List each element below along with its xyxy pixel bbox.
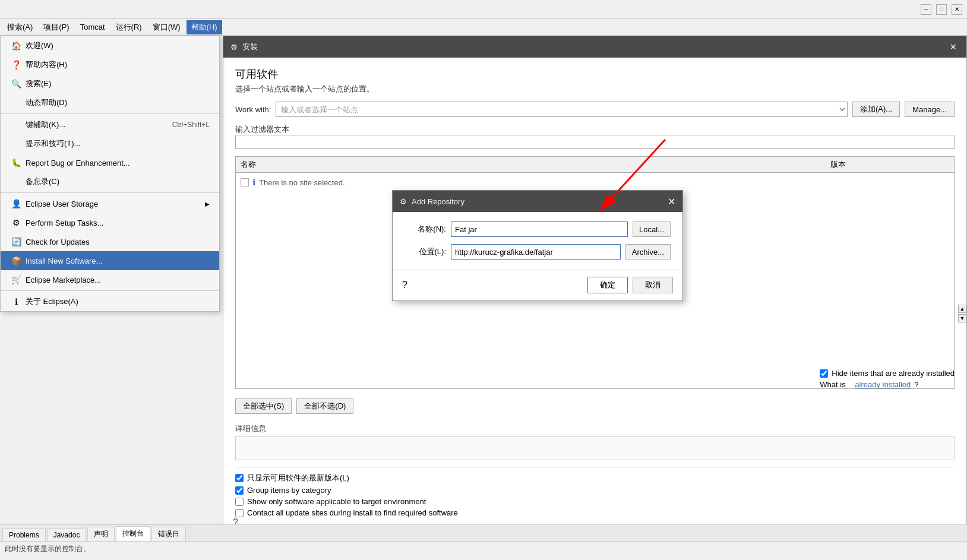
- status-tabs: Problems Javadoc 声明 控制台 错误日: [0, 525, 967, 542]
- dialog-close-button[interactable]: ✕: [947, 41, 959, 53]
- tab-javadoc[interactable]: Javadoc: [47, 529, 87, 541]
- menu-item-window[interactable]: 窗口(W): [148, 20, 185, 34]
- scroll-down-btn[interactable]: ▼: [958, 314, 966, 322]
- tab-console[interactable]: 控制台: [116, 526, 150, 541]
- work-with-row: Work with: 输入或者选择一个站点 添加(A)... Manage...: [235, 102, 955, 117]
- menu-cheatsheets[interactable]: 备忘录(C): [1, 172, 219, 191]
- table-checkbox[interactable]: [241, 178, 249, 186]
- menu-item-project[interactable]: 项目(P): [39, 20, 74, 34]
- contact-update-checkbox[interactable]: [235, 509, 244, 517]
- confirm-button[interactable]: 确定: [587, 277, 628, 293]
- name-row: 名称(N): Local...: [405, 222, 671, 237]
- add-repo-close-button[interactable]: ✕: [668, 196, 675, 207]
- manage-button[interactable]: Manage...: [905, 102, 955, 117]
- add-repo-title-icon: ⚙: [400, 197, 407, 206]
- dynamic-help-icon: [10, 97, 22, 109]
- option-contact-update[interactable]: Contact all update sites during install …: [235, 508, 955, 517]
- key-assist-icon: [10, 119, 22, 131]
- option-show-latest[interactable]: 只显示可用软件的最新版本(L): [235, 473, 955, 483]
- cheatsheet-icon: [10, 176, 22, 188]
- name-label: 名称(N):: [405, 224, 446, 235]
- option-hide-installed[interactable]: Hide items that are already installed: [820, 369, 955, 378]
- add-repo-title-bar: ⚙ Add Repository ✕: [393, 191, 682, 212]
- tab-problems[interactable]: Problems: [2, 529, 46, 541]
- update-icon: 🔄: [10, 236, 22, 248]
- welcome-icon: 🏠: [10, 40, 22, 52]
- menu-item-search[interactable]: 搜索(A): [2, 20, 37, 34]
- archive-button[interactable]: Archive...: [625, 244, 671, 260]
- console-text: 此时没有要显示的控制台。: [5, 545, 90, 553]
- local-button[interactable]: Local...: [633, 222, 671, 237]
- add-button[interactable]: 添加(A)...: [852, 102, 900, 117]
- select-all-button[interactable]: 全部选中(S): [235, 398, 292, 414]
- tab-declaration[interactable]: 声明: [87, 527, 115, 541]
- menu-eclipse-storage[interactable]: 👤 Eclipse User Storage ▶: [1, 194, 219, 213]
- col-name: 名称: [241, 159, 830, 170]
- menu-bar: 搜索(A) 项目(P) Tomcat 运行(R) 窗口(W) 帮助(H): [0, 19, 967, 36]
- menu-item-run[interactable]: 运行(R): [111, 20, 147, 34]
- tab-errors[interactable]: 错误日: [151, 527, 186, 541]
- work-with-label: Work with:: [235, 105, 271, 114]
- dialog-title-bar: ⚙ 安装 ✕: [223, 36, 966, 58]
- arrow-icon: ▶: [205, 201, 210, 207]
- menu-help-contents[interactable]: ❓ 帮助内容(H): [1, 55, 219, 74]
- menu-install-software[interactable]: 📦 Install New Software...: [1, 251, 219, 270]
- menu-about[interactable]: ℹ 关于 Eclipse(A): [1, 292, 219, 311]
- maximize-button[interactable]: □: [936, 4, 947, 15]
- details-content: [235, 436, 955, 460]
- about-icon: ℹ: [10, 296, 22, 308]
- menu-item-tomcat[interactable]: Tomcat: [75, 21, 110, 33]
- menu-welcome[interactable]: 🏠 欢迎(W): [1, 36, 219, 55]
- hide-installed-checkbox[interactable]: [820, 369, 828, 378]
- add-repo-title-text: Add Repository: [412, 197, 464, 206]
- menu-dynamic-help[interactable]: 动态帮助(D): [1, 93, 219, 112]
- add-repo-help-icon[interactable]: ?: [402, 280, 407, 290]
- group-category-checkbox[interactable]: [235, 486, 244, 495]
- table-body: ℹ There is no site selected.: [236, 173, 954, 192]
- tips-icon: [10, 138, 22, 150]
- col-version: 版本: [830, 159, 949, 170]
- close-button[interactable]: ✕: [952, 4, 962, 15]
- add-repo-cancel-button[interactable]: 取消: [633, 277, 673, 293]
- add-repo-body: 名称(N): Local... 位置(L): Archive...: [393, 212, 682, 269]
- details-label: 详细信息: [235, 423, 955, 434]
- menu-item-help[interactable]: 帮助(H): [187, 20, 222, 34]
- menu-setup-tasks[interactable]: ⚙ Perform Setup Tasks...: [1, 213, 219, 232]
- minimize-button[interactable]: ─: [921, 4, 931, 15]
- menu-check-updates[interactable]: 🔄 Check for Updates: [1, 232, 219, 251]
- location-input[interactable]: [451, 244, 621, 260]
- show-latest-checkbox[interactable]: [235, 474, 244, 482]
- filter-label: 输入过滤器文本: [235, 124, 955, 135]
- separator-3: [1, 290, 219, 291]
- right-options: Hide items that are already installed Wh…: [820, 369, 955, 389]
- show-applicable-checkbox[interactable]: [235, 498, 244, 506]
- option-group-category[interactable]: Group items by category: [235, 486, 955, 495]
- menu-report-bug[interactable]: 🐛 Report Bug or Enhancement...: [1, 153, 219, 172]
- bottom-options: 只显示可用软件的最新版本(L) Group items by category …: [235, 467, 955, 522]
- add-repo-footer: ? 确定 取消: [393, 269, 682, 300]
- deselect-all-button[interactable]: 全部不选(D): [296, 398, 353, 414]
- dialog-heading: 可用软件: [235, 67, 955, 81]
- storage-icon: 👤: [10, 198, 22, 210]
- info-icon: ℹ: [252, 178, 255, 187]
- already-installed-link[interactable]: already installed: [855, 380, 911, 389]
- filter-section: 输入过滤器文本: [235, 124, 955, 149]
- table-actions: 全部选中(S) 全部不选(D): [235, 396, 955, 416]
- location-label: 位置(L):: [405, 246, 446, 257]
- name-input[interactable]: [451, 222, 628, 237]
- setup-icon: ⚙: [10, 217, 22, 229]
- option-show-applicable[interactable]: Show only software applicable to target …: [235, 497, 955, 506]
- separator-2: [1, 192, 219, 193]
- scroll-up-btn[interactable]: ▲: [958, 305, 966, 313]
- install-icon: 📦: [10, 255, 22, 267]
- already-installed-row: What is already installed ?: [820, 380, 955, 389]
- menu-marketplace[interactable]: 🛒 Eclipse Marketplace...: [1, 270, 219, 289]
- menu-key-assist[interactable]: 键辅助(K)... Ctrl+Shift+L: [1, 115, 219, 134]
- filter-input[interactable]: [235, 135, 955, 149]
- menu-search[interactable]: 🔍 搜索(E): [1, 74, 219, 93]
- search-icon: 🔍: [10, 78, 22, 90]
- add-repo-footer-buttons: 确定 取消: [587, 277, 673, 293]
- details-section: 详细信息: [235, 423, 955, 460]
- work-with-select[interactable]: 输入或者选择一个站点: [276, 102, 848, 117]
- menu-tips[interactable]: 提示和技巧(T)...: [1, 134, 219, 153]
